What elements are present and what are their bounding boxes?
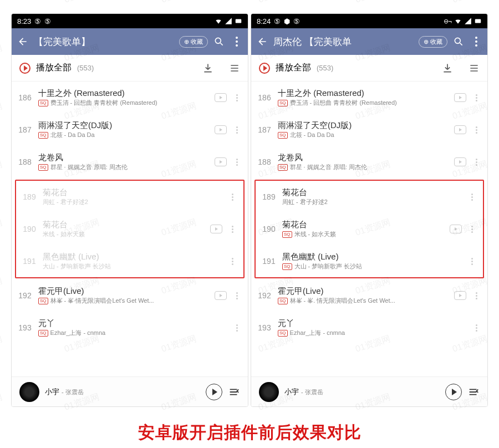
song-row[interactable]: 188龙卷风SQ群星 · 娓娓之音 原唱: 周杰伦 <box>12 146 248 178</box>
song-more-button[interactable] <box>471 324 482 332</box>
play-button[interactable] <box>445 384 462 400</box>
song-row[interactable]: 190菊花台米线 - 如水天籁 <box>16 213 243 245</box>
song-more-button[interactable] <box>471 159 482 166</box>
song-more-button[interactable] <box>231 94 242 101</box>
song-count: (553) <box>77 64 94 72</box>
highlight-box: 189菊花台周虹 - 君子好逑2190菊花台SQ米线 - 如水天籁191黑色幽默… <box>254 180 484 278</box>
song-number: 187 <box>12 125 38 134</box>
sq-badge: SQ <box>278 298 288 304</box>
song-list[interactable]: 186十里之外 (Remastered)SQ费玉清 - 回想曲 青青校树 (Re… <box>12 82 248 179</box>
multiselect-button[interactable] <box>229 63 240 74</box>
mv-button[interactable] <box>215 291 227 300</box>
mv-button[interactable] <box>210 225 222 233</box>
back-button[interactable] <box>16 35 29 48</box>
more-button[interactable] <box>230 35 243 48</box>
song-row[interactable]: 193元丫SQEzhar_上海 - cnmna <box>251 312 487 344</box>
highlight-box: 189菊花台周虹 - 君子好逑2190菊花台米线 - 如水天籁191黑色幽默 (… <box>15 180 245 278</box>
play-all-label[interactable]: 播放全部 <box>276 62 311 74</box>
search-button[interactable] <box>212 35 226 48</box>
now-playing-bar[interactable]: 小宇 - 张震岳 <box>251 376 487 406</box>
song-more-button[interactable] <box>471 292 482 299</box>
song-row[interactable]: 193元丫SQEzhar_上海 - cnmna <box>12 312 248 344</box>
mv-button[interactable] <box>215 93 227 102</box>
song-more-button[interactable] <box>227 194 238 201</box>
sq-badge: SQ <box>38 298 48 304</box>
song-more-button[interactable] <box>231 292 242 299</box>
mv-button[interactable] <box>215 157 227 166</box>
mv-button[interactable] <box>215 125 227 134</box>
song-more-button[interactable] <box>466 226 477 233</box>
song-more-button[interactable] <box>227 226 238 233</box>
song-row[interactable]: 187雨淋湿了天空(DJ版)SQ北筱 - Da Da Da <box>12 114 248 146</box>
song-more-button[interactable] <box>466 194 477 201</box>
download-button[interactable] <box>442 63 453 74</box>
play-button[interactable] <box>206 384 222 400</box>
song-more-button[interactable] <box>471 94 482 101</box>
download-button[interactable] <box>202 63 213 74</box>
song-number: 189 <box>256 192 282 201</box>
search-button[interactable] <box>452 35 465 48</box>
favorite-button[interactable]: ⊕ 收藏 <box>419 36 447 48</box>
svg-point-9 <box>475 37 477 39</box>
mv-button[interactable] <box>454 291 466 300</box>
play-all-button[interactable] <box>259 63 270 74</box>
song-number: 188 <box>12 157 38 166</box>
song-more-button[interactable] <box>231 159 242 166</box>
song-title: 十里之外 (Remastered) <box>38 88 210 99</box>
queue-button[interactable] <box>228 386 240 398</box>
song-row[interactable]: 186十里之外 (Remastered)SQ费玉清 - 回想曲 青青校树 (Re… <box>251 82 487 114</box>
plus-icon: ⊕ <box>184 38 189 45</box>
song-row[interactable]: 189菊花台周虹 - 君子好逑2 <box>16 181 243 213</box>
song-title: 霍元甲(Live) <box>278 286 450 297</box>
album-art[interactable] <box>259 382 279 402</box>
play-all-label[interactable]: 播放全部 <box>36 62 72 74</box>
song-title: 龙卷风 <box>38 152 210 163</box>
song-title: 菊花台 <box>43 220 206 230</box>
now-playing-title: 小宇 <box>284 387 299 397</box>
svg-point-5 <box>236 44 238 47</box>
song-row[interactable]: 191黑色幽默 (Live)SQ大山 - 梦响新歌声 长沙站 <box>256 245 483 277</box>
song-row[interactable]: 190菊花台SQ米线 - 如水天籁 <box>256 213 483 245</box>
song-number: 186 <box>12 93 38 102</box>
now-playing-bar[interactable]: 小宇 - 张震岳 <box>12 376 248 406</box>
song-number: 191 <box>16 257 43 266</box>
song-subtitle: SQ群星 · 娓娓之音 原唱: 周杰伦 <box>38 163 210 171</box>
song-number: 193 <box>12 323 38 332</box>
song-more-button[interactable] <box>231 324 242 332</box>
album-art[interactable] <box>19 382 39 402</box>
song-row[interactable]: 189菊花台周虹 - 君子好逑2 <box>256 181 483 213</box>
song-list[interactable]: 192霍元甲(Live)SQ林峯 - 峯. 情无限演唱会Let's Get We… <box>251 279 487 376</box>
song-row[interactable]: 192霍元甲(Live)SQ林峯 - 峯. 情无限演唱会Let's Get We… <box>251 279 487 312</box>
song-subtitle: SQ费玉清 - 回想曲 青青校树 (Remastered) <box>38 99 210 107</box>
song-list[interactable]: 192霍元甲(Live)SQ林峯 - 峯·情无限演唱会Let's Get Wet… <box>12 279 248 376</box>
song-more-button[interactable] <box>231 126 242 134</box>
back-button[interactable] <box>256 35 269 48</box>
mv-button[interactable] <box>454 125 466 134</box>
play-all-button[interactable] <box>19 63 30 74</box>
more-button[interactable] <box>470 35 483 48</box>
multiselect-button[interactable] <box>469 63 480 74</box>
song-more-button[interactable] <box>471 126 482 134</box>
song-row[interactable]: 191黑色幽默 (Live)大山 - 梦响新歌声 长沙站 <box>16 245 243 277</box>
song-row[interactable]: 192霍元甲(Live)SQ林峯 - 峯·情无限演唱会Let's Get Wet… <box>12 279 248 312</box>
song-row[interactable]: 187雨淋湿了天空(DJ版)SQ北筱 - Da Da Da <box>251 114 487 146</box>
song-title: 菊花台 <box>282 187 466 198</box>
favorite-button[interactable]: ⊕ 收藏 <box>179 36 208 48</box>
play-all-bar: 播放全部 (553) <box>251 55 487 82</box>
mv-button[interactable] <box>454 157 466 166</box>
battery-icon <box>235 17 242 25</box>
song-row[interactable]: 188龙卷风SQ群星 · 娓娓之音 原唱: 周杰伦 <box>251 146 487 178</box>
song-more-button[interactable] <box>466 258 477 265</box>
song-list[interactable]: 186十里之外 (Remastered)SQ费玉清 - 回想曲 青青校树 (Re… <box>251 82 487 179</box>
song-row[interactable]: 186十里之外 (Remastered)SQ费玉清 - 回想曲 青青校树 (Re… <box>12 82 248 114</box>
mv-button[interactable] <box>450 225 462 233</box>
sq-badge: SQ <box>278 100 288 106</box>
song-number: 192 <box>251 291 278 300</box>
play-all-bar: 播放全部 (553) <box>12 55 248 82</box>
mv-button[interactable] <box>454 93 466 102</box>
queue-button[interactable] <box>467 386 480 398</box>
song-title: 菊花台 <box>43 187 227 198</box>
netease-icon: ⑤ <box>293 17 300 26</box>
song-more-button[interactable] <box>227 258 238 265</box>
page-title: 周杰伦 【完美歌单 <box>273 35 414 48</box>
